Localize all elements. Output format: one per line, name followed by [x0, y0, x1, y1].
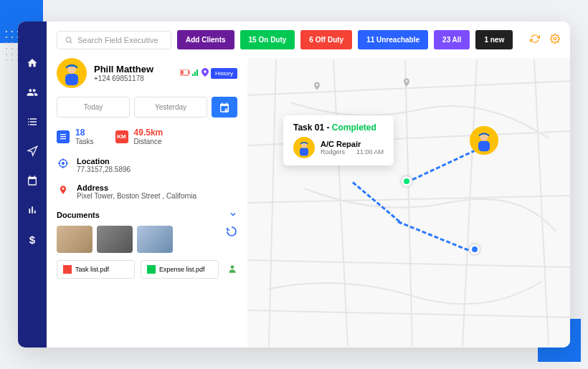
svg-rect-9 [196, 70, 198, 76]
search-icon [65, 36, 73, 44]
popup-time: 11:00 AM [356, 148, 384, 155]
chevron-down-icon[interactable] [229, 210, 237, 220]
tab-today[interactable]: Today [57, 97, 130, 118]
search-placeholder: Search Field Executive [77, 36, 158, 44]
main-content: Search Field Executive Add Clients 15 On… [47, 21, 570, 348]
address-row: Address Pixel Tower, Boston Street , Cal… [57, 183, 237, 200]
document-thumbnails [57, 226, 237, 253]
location-row: Location 77.3157,28.5896 [57, 157, 237, 173]
refresh-icon[interactable] [530, 34, 540, 46]
on-duty-button[interactable]: 15 On Duty [240, 30, 295, 49]
file-expense-list[interactable]: Expense list.pdf [141, 260, 219, 279]
doc-thumb[interactable] [137, 226, 173, 253]
stats: 18 Tasks KM 49.5km Distance [57, 128, 237, 145]
all-button[interactable]: 23 All [434, 30, 470, 49]
distance-icon: KM [115, 130, 128, 143]
stat-distance: KM 49.5km Distance [115, 128, 163, 145]
svg-rect-7 [192, 74, 194, 76]
stat-tasks: 18 Tasks [57, 128, 94, 145]
address-label: Address [77, 183, 196, 192]
svg-rect-14 [60, 138, 66, 139]
add-clients-button[interactable]: Add Clients [177, 30, 234, 49]
doc-thumb[interactable] [97, 226, 133, 253]
settings-icon[interactable] [550, 34, 560, 46]
topbar: Search Field Executive Add Clients 15 On… [47, 21, 570, 58]
svg-point-17 [231, 265, 234, 269]
unreachable-button[interactable]: 11 Unreachable [358, 30, 428, 49]
map-user-avatar[interactable] [470, 126, 498, 155]
battery-icon [180, 69, 190, 77]
location-value: 77.3157,28.5896 [77, 166, 131, 173]
app-window: $ Search Field Executive Add Clients 15 … [18, 21, 570, 348]
content: Phill Matthew +124 69851178 History Toda… [47, 58, 570, 348]
svg-point-1 [554, 37, 556, 40]
date-tabs: Today Yesterday [57, 97, 237, 118]
tasks-icon [57, 130, 70, 143]
profile-name: Phill Matthew [94, 64, 153, 75]
map-roads [247, 58, 570, 348]
file-name: Task list.pdf [75, 266, 109, 273]
tab-yesterday[interactable]: Yesterday [134, 97, 207, 118]
popup-status: Completed [332, 123, 376, 133]
profile-phone: +124 69851178 [94, 75, 153, 82]
svg-rect-5 [181, 71, 184, 75]
crosshair-icon [57, 157, 70, 170]
tasks-label: Tasks [75, 138, 94, 145]
address-value: Pixel Tower, Boston Street , California [77, 192, 196, 200]
off-duty-button[interactable]: 6 Off Duty [300, 30, 352, 49]
svg-rect-12 [60, 134, 66, 135]
map-pin-icon [312, 80, 322, 95]
svg-point-0 [66, 37, 71, 42]
avatar [57, 58, 87, 88]
details-panel: Phill Matthew +124 69851178 History Toda… [47, 58, 247, 348]
dollar-icon[interactable]: $ [29, 234, 35, 246]
person-icon[interactable] [227, 264, 237, 275]
documents-title: Documents [57, 211, 100, 219]
sidebar: $ [18, 21, 47, 348]
file-list: Task list.pdf Expense list.pdf [57, 260, 237, 279]
pdf-icon [63, 265, 72, 274]
distance-value: 49.5km [134, 128, 163, 138]
list-icon[interactable] [27, 116, 38, 130]
map[interactable]: Task 01 - Completed A/C Repair Rodgers 1… [247, 58, 570, 348]
address-pin-icon [57, 183, 70, 196]
new-button[interactable]: 1 new [475, 30, 513, 49]
tasks-value: 18 [75, 128, 94, 138]
route-point-end [470, 244, 480, 254]
task-popup[interactable]: Task 01 - Completed A/C Repair Rodgers 1… [283, 115, 394, 166]
search-input[interactable]: Search Field Executive [57, 31, 171, 49]
svg-rect-8 [194, 72, 196, 76]
file-task-list[interactable]: Task list.pdf [57, 260, 135, 279]
history-button[interactable]: History [211, 68, 237, 79]
signal-icon [192, 69, 199, 77]
svg-rect-3 [65, 74, 78, 85]
popup-task-id: Task 01 - [293, 123, 329, 133]
calendar-icon[interactable] [27, 175, 38, 188]
popup-job: A/C Repair [321, 140, 384, 148]
pdf-icon [147, 265, 156, 274]
home-icon[interactable] [27, 57, 38, 71]
distance-label: Distance [134, 138, 163, 145]
popup-customer: Rodgers [321, 148, 345, 155]
map-pin-icon [402, 76, 412, 91]
route-point-start [402, 176, 412, 186]
doc-thumb[interactable] [57, 226, 93, 253]
svg-point-16 [62, 163, 65, 165]
profile: Phill Matthew +124 69851178 History [57, 58, 237, 88]
documents-header: Documents [57, 210, 237, 220]
svg-rect-13 [60, 136, 66, 137]
svg-rect-21 [300, 148, 308, 156]
svg-point-10 [204, 70, 207, 73]
rotate-icon[interactable] [226, 226, 237, 239]
navigation-icon[interactable] [27, 145, 38, 159]
file-name: Expense list.pdf [159, 266, 205, 273]
svg-rect-6 [189, 71, 190, 74]
svg-rect-19 [478, 141, 490, 151]
users-icon[interactable] [27, 87, 38, 100]
location-label: Location [77, 157, 131, 166]
calendar-picker-button[interactable] [212, 97, 237, 118]
popup-avatar [293, 137, 315, 158]
location-pin-icon [201, 68, 209, 78]
chart-icon[interactable] [27, 204, 38, 218]
